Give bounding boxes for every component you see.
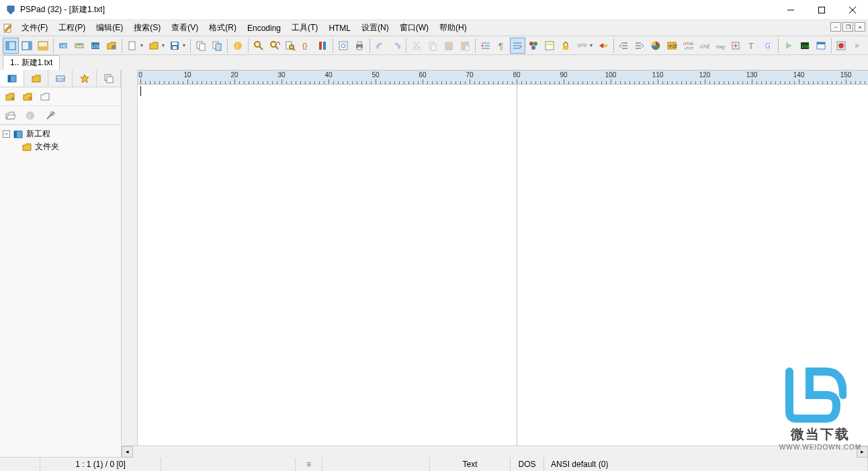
scroll-right-button[interactable]: ▸ [857,446,868,458]
svg-text:G: G [765,42,771,50]
menu-help[interactable]: 帮助(H) [434,20,472,36]
sidebar-tab-project[interactable] [0,70,24,87]
save-dropdown[interactable]: ▾ [183,42,188,48]
highlight-button[interactable] [541,38,558,54]
redo-button[interactable] [388,38,404,54]
menu-search[interactable]: 搜索(S) [128,20,166,36]
panel-bottom-button[interactable] [35,38,51,54]
log-button[interactable]: LOG [87,38,103,54]
svg-rect-65 [546,42,554,50]
indent-button[interactable] [478,38,494,54]
menu-tools[interactable]: 工具(T) [286,20,323,36]
horizontal-scrollbar[interactable]: ◂ ▸ [122,445,868,457]
tree-child[interactable]: 文件夹 [20,140,120,153]
text-tool-button[interactable]: T [744,38,760,54]
maximize-button[interactable] [806,0,837,20]
status-eol[interactable]: DOS [511,458,544,471]
open-folder-button[interactable] [3,108,17,123]
info-button[interactable]: i [230,38,246,54]
menu-html[interactable]: HTML [323,22,356,35]
paste-button[interactable] [441,38,457,54]
svg-rect-1 [819,7,825,13]
menu-window[interactable]: 窗口(W) [394,20,434,36]
syntax-button[interactable] [525,38,541,54]
record-button[interactable] [834,38,850,54]
info-sidebar-button[interactable]: i [23,108,38,123]
hash-button[interactable]: #10 [664,38,680,54]
google-button[interactable]: G [760,38,776,54]
svg-rect-67 [563,46,568,50]
window-title: PSPad (32) - [新建1.txt] [20,4,775,15]
hex-button[interactable]: HEX [56,38,72,54]
collapse-icon[interactable]: − [3,130,10,138]
pilcrow-button[interactable]: ¶ [494,38,510,54]
sidebar-tab-ftp[interactable]: FTP [48,70,73,87]
remove-folder-button[interactable]: × [20,89,35,104]
menu-format[interactable]: 格式(R) [204,20,242,36]
menu-file[interactable]: 文件(F) [16,20,53,36]
panel-right-button[interactable] [19,38,35,54]
scroll-left-button[interactable]: ◂ [122,446,133,458]
wrap-button[interactable] [510,38,526,54]
new-folder-button[interactable] [38,89,52,104]
undo-button[interactable] [372,38,388,54]
menu-encoding[interactable]: Encoding [242,22,286,35]
folder-gear-button[interactable] [103,38,120,54]
spell-dropdown[interactable]: ▾ [590,42,595,48]
menu-settings[interactable]: 设置(N) [356,20,394,36]
ruler-button[interactable] [71,38,87,54]
indent-text-button[interactable] [632,38,648,54]
document-tab-active[interactable]: 1.. 新建1.txt [3,55,60,70]
copy-button[interactable] [193,38,209,54]
marker-button[interactable] [595,38,611,54]
text-editor[interactable] [138,85,868,445]
preview-button[interactable] [335,38,351,54]
html-txt-button[interactable]: HTML•TXT [680,38,696,54]
mdi-restore-button[interactable]: ❐ [842,22,853,32]
sidebar-tab-windows[interactable] [97,70,121,87]
macro-play-button[interactable] [849,38,865,54]
clipboard-copy-button[interactable] [425,38,441,54]
lock-button[interactable] [558,38,574,54]
close-button[interactable] [837,0,868,20]
bookmark-button[interactable] [314,38,331,54]
find-files-button[interactable] [283,38,299,54]
save-button[interactable] [167,38,183,54]
tree-root[interactable]: − 新工程 [1,128,120,140]
window-button[interactable] [813,38,829,54]
compress-button[interactable] [728,38,744,54]
spell-button[interactable]: SPELL [574,38,590,54]
paste-special-button[interactable] [457,38,473,54]
open-button[interactable] [146,38,162,54]
menu-view[interactable]: 查看(V) [166,20,204,36]
tag-close-button[interactable]: ‹/AB› [696,38,712,54]
add-folder-button[interactable]: + [3,89,17,104]
find-replace-button[interactable] [267,38,283,54]
minimize-button[interactable] [775,0,806,20]
status-align-icon[interactable]: ≡ [296,458,322,471]
copy-all-button[interactable] [209,38,225,54]
status-encoding[interactable]: ANSI default (0) [544,458,868,471]
sidebar-tab-folder[interactable] [24,70,48,87]
print-button[interactable] [351,38,367,54]
menu-project[interactable]: 工程(P) [53,20,91,36]
mdi-minimize-button[interactable]: − [830,22,841,32]
terminal-button[interactable]: 1010 [797,38,813,54]
panel-toggle-button[interactable] [3,38,19,54]
color-wheel-button[interactable] [648,38,664,54]
menu-edit[interactable]: 编辑(E) [91,20,128,36]
new-dropdown[interactable]: ▾ [140,42,146,48]
scroll-track[interactable] [133,446,857,458]
tools-button[interactable] [43,108,58,123]
outdent-text-button[interactable] [616,38,632,54]
cut-button[interactable] [408,38,425,54]
open-dropdown[interactable]: ▾ [162,42,167,48]
sidebar-tab-favorites[interactable] [73,70,97,87]
mdi-close-button[interactable]: × [855,22,865,32]
new-button[interactable] [124,38,140,54]
status-filetype[interactable]: Text [430,458,511,471]
tag-button[interactable]: ‹tag› [712,38,728,54]
find-button[interactable] [251,38,267,54]
play-button[interactable] [781,38,797,54]
brackets-button[interactable]: {} [298,38,314,54]
